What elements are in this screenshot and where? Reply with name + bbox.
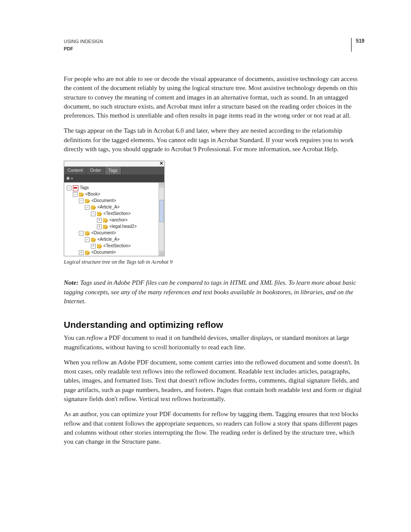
header-section: PDF [64, 45, 103, 53]
tree-node[interactable]: +<Document> [67, 249, 164, 255]
tag-icon [97, 244, 102, 249]
tab-content[interactable]: Content [64, 167, 87, 174]
tree-node[interactable]: −<Article_A> [67, 236, 164, 243]
tag-icon [91, 238, 96, 242]
tag-icon [103, 218, 108, 223]
page-header: USING INDESIGN PDF 519 [64, 38, 364, 52]
tag-icon [91, 205, 96, 210]
tags-tree: −Tags −<Book> −<Document> −<Article_A> −… [64, 183, 164, 256]
body-paragraph: As an author, you can optimize your PDF … [64, 410, 364, 446]
emphasis: reflow [87, 334, 103, 341]
body-paragraph: When you reflow an Adobe PDF document, s… [64, 358, 364, 404]
body-paragraph: The tags appear on the Tags tab in Acrob… [64, 126, 364, 154]
tag-icon [85, 251, 90, 255]
tab-tags[interactable]: Tags [105, 167, 121, 174]
tree-node[interactable]: +<anchor> [67, 217, 164, 223]
tag-icon [85, 231, 90, 236]
tree-node[interactable]: +<legal.head2> [67, 223, 164, 230]
tag-icon [97, 212, 102, 216]
section-heading: Understanding and optimizing reflow [64, 320, 364, 330]
scrollbar[interactable]: ⌃ ⌄ [159, 183, 164, 256]
figure-caption: Logical structure tree on the Tags tab i… [64, 259, 364, 265]
tab-order[interactable]: Order [87, 167, 105, 174]
body-paragraph: You can reflow a PDF document to read it… [64, 333, 364, 352]
header-product: USING INDESIGN [64, 38, 103, 45]
body-paragraph: For people who are not able to see or de… [64, 75, 364, 120]
tag-icon [79, 193, 84, 197]
tree-node[interactable]: −<Document> [67, 197, 164, 204]
note-paragraph: Note: Tags used in Adobe PDF files can b… [64, 278, 364, 306]
tag-icon [85, 199, 90, 203]
page-number: 519 [351, 38, 364, 52]
panel-toolbar: ▾ [64, 174, 164, 182]
tree-node[interactable]: −<Article_A> [67, 204, 164, 210]
scroll-thumb[interactable] [159, 200, 164, 222]
tree-node[interactable]: +<TextSection> [67, 243, 164, 249]
tree-node[interactable]: −<TextSection> [67, 210, 164, 217]
close-icon[interactable]: ✕ [159, 161, 163, 166]
scroll-up-icon[interactable]: ⌃ [159, 183, 164, 188]
pdf-icon [73, 185, 78, 191]
dropdown-icon[interactable]: ▾ [71, 177, 73, 180]
gear-icon[interactable] [66, 176, 70, 180]
tags-panel: ✕ Content Order Tags ▾ ⌃ ⌄ −Tags −<Book>… [64, 161, 165, 256]
tag-icon [103, 225, 108, 229]
note-label: Note: [64, 279, 78, 286]
panel-tabs: Content Order Tags [64, 167, 164, 174]
scroll-down-icon[interactable]: ⌄ [159, 251, 164, 256]
note-body: Tags used in Adobe PDF files can be comp… [64, 279, 356, 305]
tree-node[interactable]: −<Book> [67, 191, 164, 197]
tree-node[interactable]: −<Document> [67, 230, 164, 236]
tree-node-root[interactable]: −Tags [67, 184, 164, 191]
